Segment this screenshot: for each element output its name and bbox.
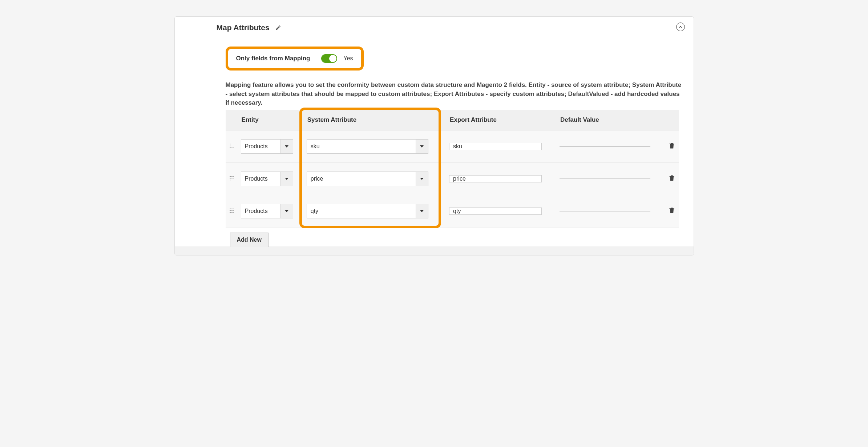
system-attribute-select[interactable]: qty xyxy=(307,204,428,218)
trash-icon[interactable] xyxy=(668,174,675,182)
header-default: Default Value xyxy=(556,110,664,130)
mapping-description: Mapping feature allows you to set the co… xyxy=(226,81,683,108)
table-row: Products price price xyxy=(226,162,679,195)
trash-icon[interactable] xyxy=(668,142,675,150)
collapse-button[interactable] xyxy=(676,23,685,31)
system-attribute-select[interactable]: price xyxy=(307,172,428,186)
table-row: Products sku sku xyxy=(226,130,679,162)
chevron-down-icon[interactable] xyxy=(281,204,293,218)
entity-select[interactable]: Products xyxy=(241,172,293,186)
header-system: System Attribute xyxy=(303,110,445,130)
mapping-table: Entity System Attribute Export Attribute… xyxy=(226,110,679,227)
system-attribute-select[interactable]: sku xyxy=(307,139,428,154)
only-fields-toggle[interactable] xyxy=(321,54,337,63)
drag-icon[interactable] xyxy=(229,208,234,213)
export-attribute-input[interactable]: price xyxy=(449,175,542,182)
default-value-input[interactable] xyxy=(560,211,650,212)
chevron-down-icon[interactable] xyxy=(281,139,293,154)
export-attribute-input[interactable]: sku xyxy=(449,143,542,150)
table-row: Products qty qty xyxy=(226,195,679,227)
header-export: Export Attribute xyxy=(445,110,556,130)
header-entity: Entity xyxy=(237,110,303,130)
panel-title: Map Attributes xyxy=(217,23,270,32)
add-new-button[interactable]: Add New xyxy=(230,233,269,247)
panel-footer xyxy=(175,246,694,255)
drag-icon[interactable] xyxy=(229,176,234,181)
drag-icon[interactable] xyxy=(229,143,234,148)
toggle-label: Only fields from Mapping xyxy=(236,55,310,62)
edit-icon[interactable] xyxy=(275,24,282,31)
default-value-input[interactable] xyxy=(560,178,650,179)
only-fields-highlight: Only fields from Mapping Yes xyxy=(226,47,364,71)
chevron-down-icon[interactable] xyxy=(416,204,428,218)
entity-select[interactable]: Products xyxy=(241,139,293,154)
chevron-down-icon[interactable] xyxy=(281,172,293,186)
map-attributes-panel: Map Attributes Only fields from Mapping … xyxy=(174,16,694,255)
entity-select[interactable]: Products xyxy=(241,204,293,218)
chevron-down-icon[interactable] xyxy=(416,172,428,186)
export-attribute-input[interactable]: qty xyxy=(449,208,542,215)
default-value-input[interactable] xyxy=(560,146,650,147)
trash-icon[interactable] xyxy=(668,206,675,214)
toggle-value: Yes xyxy=(344,55,353,62)
panel-header: Map Attributes xyxy=(175,20,694,39)
chevron-down-icon[interactable] xyxy=(416,139,428,154)
